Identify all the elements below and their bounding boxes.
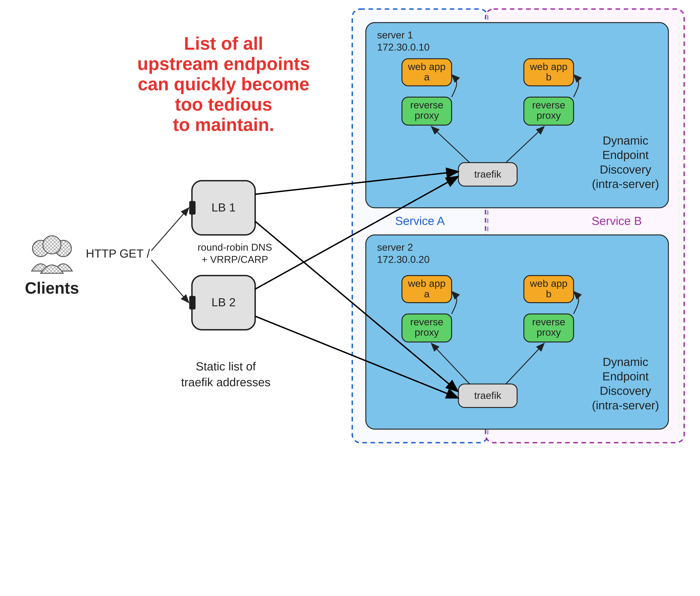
svg-text:reverse: reverse (532, 99, 565, 110)
lb-caption: Static list of traefik addresses (181, 360, 271, 389)
arrow-clients-lb2 (151, 260, 189, 303)
svg-text:Dynamic: Dynamic (603, 134, 648, 147)
svg-text:+ VRRP/CARP: + VRRP/CARP (202, 254, 268, 265)
svg-text:too tedious: too tedious (175, 94, 272, 115)
svg-text:Discovery: Discovery (600, 163, 651, 176)
svg-text:172.30.0.20: 172.30.0.20 (377, 254, 430, 265)
svg-text:web app: web app (408, 61, 446, 72)
svg-text:(intra-server): (intra-server) (592, 399, 659, 412)
svg-text:b: b (546, 288, 551, 299)
svg-text:web app: web app (530, 61, 568, 72)
svg-text:reverse: reverse (532, 316, 565, 327)
svg-text:reverse: reverse (410, 316, 443, 327)
arrow-clients-lb1 (151, 208, 189, 251)
svg-text:proxy: proxy (536, 110, 561, 121)
svg-text:round-robin DNS: round-robin DNS (198, 242, 272, 253)
svg-text:to maintain.: to maintain. (173, 115, 274, 135)
svg-text:(intra-server): (intra-server) (592, 177, 659, 191)
svg-text:Discovery: Discovery (600, 384, 651, 397)
server-1: server 1 172.30.0.10 traefik web app a r… (366, 23, 668, 208)
svg-text:Endpoint: Endpoint (602, 370, 649, 383)
svg-text:web app: web app (408, 278, 446, 289)
svg-text:a: a (424, 288, 430, 299)
svg-text:proxy: proxy (415, 110, 439, 121)
svg-text:Endpoint: Endpoint (602, 148, 649, 162)
svg-text:proxy: proxy (415, 327, 439, 338)
svg-text:can quickly become: can quickly become (138, 74, 309, 94)
clients-icon (32, 236, 72, 273)
svg-text:proxy: proxy (536, 327, 561, 338)
server-2: server 2 172.30.0.20 traefik web app a r… (366, 235, 668, 429)
svg-text:b: b (546, 71, 551, 82)
lb-dns-note: round-robin DNS + VRRP/CARP (198, 242, 272, 265)
svg-text:server 1: server 1 (377, 29, 413, 41)
svg-text:web app: web app (530, 278, 568, 289)
svg-text:a: a (424, 71, 430, 82)
svg-rect-10 (189, 201, 196, 215)
service-b-label: Service B (592, 214, 642, 227)
svg-text:traefik: traefik (474, 169, 501, 180)
service-a-label: Service A (395, 214, 445, 227)
svg-text:reverse: reverse (410, 99, 443, 110)
svg-text:LB 1: LB 1 (211, 201, 236, 214)
svg-text:Dynamic: Dynamic (603, 355, 648, 368)
lb1-node: LB 1 (189, 181, 255, 235)
svg-text:List of all: List of all (184, 33, 263, 53)
clients-label: Clients (25, 279, 79, 297)
svg-text:server 2: server 2 (377, 242, 413, 253)
svg-point-8 (43, 236, 61, 254)
lb2-node: LB 2 (189, 276, 255, 330)
http-get-label: HTTP GET / (86, 247, 150, 260)
svg-rect-13 (189, 296, 196, 309)
svg-text:upstream endpoints: upstream endpoints (137, 54, 310, 74)
svg-text:LB 2: LB 2 (211, 296, 236, 309)
svg-text:traefik addresses: traefik addresses (181, 376, 271, 389)
svg-text:Static list of: Static list of (196, 360, 256, 373)
svg-text:traefik: traefik (474, 390, 501, 401)
svg-text:172.30.0.10: 172.30.0.10 (377, 42, 430, 53)
annotation: List of all upstream endpoints can quick… (137, 33, 310, 135)
